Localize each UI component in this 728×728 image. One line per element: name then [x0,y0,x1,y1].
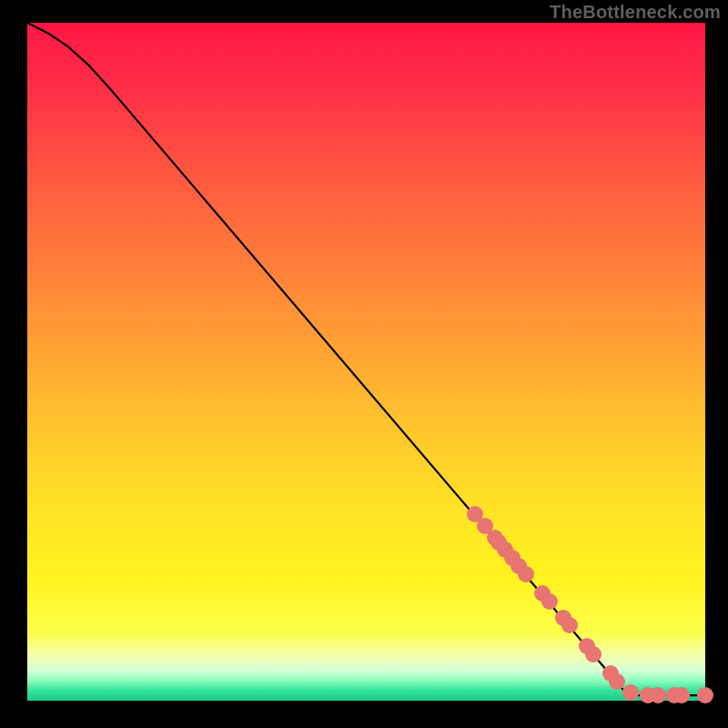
data-point [622,684,639,701]
plot-area [27,23,705,701]
data-point [518,566,534,582]
data-point [697,687,713,703]
data-point [673,687,690,703]
curve [27,23,705,701]
data-point [585,646,602,662]
chart-stage: TheBottleneck.com [0,0,728,728]
data-point [650,687,666,703]
data-point [561,617,578,633]
source-label: TheBottleneck.com [550,2,721,23]
data-point [541,593,558,610]
